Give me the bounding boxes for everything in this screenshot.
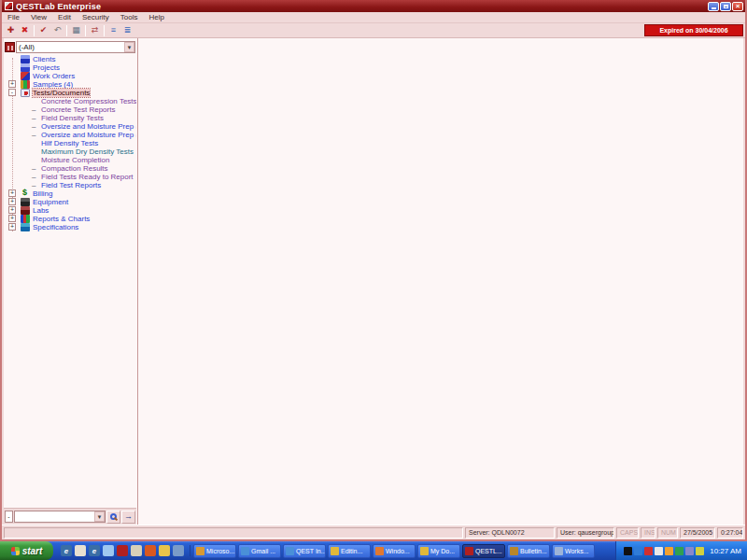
taskbar-button-gmail[interactable]: Gmail ... xyxy=(238,544,281,558)
tree-item-label[interactable]: Work Orders xyxy=(33,72,75,80)
taskbar-button-qestl[interactable]: QESTL... xyxy=(462,544,505,558)
expand-icon[interactable]: + xyxy=(8,206,16,214)
tree-item-label[interactable]: Oversize and Moisture Prep (Hilf) xyxy=(41,122,136,131)
tree-item-label[interactable]: Clients xyxy=(33,55,55,63)
restore-button[interactable] xyxy=(720,2,731,11)
search-button[interactable] xyxy=(106,511,120,524)
tree-item-work-orders[interactable]: Work Orders xyxy=(4,72,136,80)
menu-security[interactable]: Security xyxy=(77,13,115,21)
minimize-button[interactable] xyxy=(708,2,719,11)
menu-tools[interactable]: Tools xyxy=(115,13,144,21)
tree-item-label[interactable]: Billing xyxy=(33,189,52,198)
tree-item-label[interactable]: Compaction Results xyxy=(41,164,108,173)
close-button[interactable]: × xyxy=(732,2,743,11)
taskbar-button-editin[interactable]: Editin... xyxy=(328,544,371,558)
quick-launch-show-desktop-icon[interactable] xyxy=(131,545,142,556)
quick-launch-media-icon[interactable] xyxy=(145,545,156,556)
tree-item-label[interactable]: Reports & Charts xyxy=(33,215,90,223)
quick-launch-folder-icon[interactable] xyxy=(159,545,170,556)
quick-launch-window-icon[interactable] xyxy=(103,545,114,556)
approve-icon[interactable]: ✔ xyxy=(36,24,50,37)
expand-icon[interactable]: + xyxy=(8,80,16,88)
go-button[interactable]: → xyxy=(121,511,135,524)
tree-item-projects[interactable]: Projects xyxy=(4,63,136,72)
expand-icon[interactable]: + xyxy=(8,223,16,231)
expand-icon[interactable]: + xyxy=(8,189,16,197)
tree-item-hilf-density-tests[interactable]: Hilf Density Tests xyxy=(4,139,136,147)
tray-icon-7[interactable] xyxy=(685,547,694,555)
tree-item-billing[interactable]: +Billing xyxy=(4,189,136,198)
tray-icon-3[interactable] xyxy=(644,547,653,555)
menu-view[interactable]: View xyxy=(25,13,52,21)
dropdown-arrow-icon[interactable]: ▼ xyxy=(124,42,134,52)
taskbar-button-bulletin[interactable]: Bulletin... xyxy=(507,544,550,558)
tree-item-samples-4[interactable]: +Samples (4) xyxy=(4,80,136,89)
tray-icon-6[interactable] xyxy=(675,547,684,555)
tree-item-oversize-and-moisture-prep-hilf[interactable]: –Oversize and Moisture Prep (Hilf) xyxy=(4,122,136,131)
menu-help[interactable]: Help xyxy=(143,13,169,21)
new-item-icon[interactable]: ✚ xyxy=(4,24,18,37)
expand-icon[interactable]: + xyxy=(8,198,16,205)
taskbar-button-qest-in[interactable]: QEST In... xyxy=(283,544,326,558)
tree-item-label[interactable]: Equipment xyxy=(33,198,68,206)
taskbar-button-windo[interactable]: Windo... xyxy=(373,544,416,558)
tree-item-maximum-dry-density-tests[interactable]: Maximum Dry Density Tests xyxy=(4,147,136,156)
collapse-icon[interactable]: - xyxy=(8,89,16,96)
tree-expand-icon[interactable]: ≡ xyxy=(106,24,120,37)
tree-item-label[interactable]: Concrete Test Reports xyxy=(41,105,115,114)
tree-item-specifications[interactable]: +Specifications xyxy=(4,223,136,231)
quick-launch-internet-explorer-icon[interactable]: e xyxy=(61,545,72,556)
filter-icon[interactable] xyxy=(5,42,15,52)
quick-launch-qest-icon[interactable] xyxy=(117,545,128,556)
tree-item-field-density-tests[interactable]: –Field Density Tests xyxy=(4,114,136,122)
taskbar-button-works[interactable]: Works... xyxy=(552,544,595,558)
tree-item-concrete-compression-tests[interactable]: Concrete Compression Tests xyxy=(4,97,136,105)
tree-item-label[interactable]: Labs xyxy=(33,206,49,215)
tree-item-label[interactable]: Field Test Reports xyxy=(41,181,101,189)
tree-item-tests-documents[interactable]: -Tests/Documents xyxy=(4,89,136,97)
tree-item-label[interactable]: Oversize and Moisture Prep (Full) xyxy=(41,131,136,139)
dropdown-arrow-icon[interactable]: ▼ xyxy=(94,511,105,522)
tree-item-field-tests-ready-to-report[interactable]: –Field Tests Ready to Report xyxy=(4,173,136,181)
tree-item-reports-charts[interactable]: +Reports & Charts xyxy=(4,215,136,223)
tree-item-label[interactable]: Tests/Documents xyxy=(33,89,90,97)
filter-combobox[interactable]: (-All) ▼ xyxy=(16,41,135,53)
print-icon[interactable]: ▦ xyxy=(69,24,83,37)
specifications-icon xyxy=(21,223,30,231)
tray-icon-5[interactable] xyxy=(665,547,673,555)
quick-launch-mail-icon[interactable] xyxy=(75,545,86,556)
tree-item-label[interactable]: Moisture Completion xyxy=(41,156,109,164)
tree-item-labs[interactable]: +Labs xyxy=(4,206,136,215)
refresh-icon[interactable]: ⇄ xyxy=(88,24,102,37)
tree-item-label[interactable]: Maximum Dry Density Tests xyxy=(41,147,134,156)
tree-item-oversize-and-moisture-prep-full[interactable]: –Oversize and Moisture Prep (Full) xyxy=(4,131,136,139)
tree-item-label[interactable]: Field Tests Ready to Report xyxy=(41,173,134,181)
tree-item-concrete-test-reports[interactable]: –Concrete Test Reports xyxy=(4,105,136,114)
taskbar-button-my-do[interactable]: My Do... xyxy=(417,544,460,558)
taskbar-button-microso[interactable]: Microso... xyxy=(193,544,236,558)
tree-item-compaction-results[interactable]: –Compaction Results xyxy=(4,164,136,173)
tree-item-equipment[interactable]: +Equipment xyxy=(4,198,136,206)
tree-item-label[interactable]: Specifications xyxy=(33,223,78,231)
quick-launch-browser-icon[interactable]: e xyxy=(89,545,100,556)
tree-item-label[interactable]: Field Density Tests xyxy=(41,114,104,122)
delete-icon[interactable]: ✖ xyxy=(18,24,32,37)
tree-item-label[interactable]: Concrete Compression Tests xyxy=(41,97,136,105)
undo-icon[interactable]: ↶ xyxy=(50,24,64,37)
tray-icon-4[interactable] xyxy=(655,547,663,555)
tray-icon-8[interactable] xyxy=(696,547,704,555)
tree-item-moisture-completion[interactable]: Moisture Completion xyxy=(4,156,136,164)
tree-item-label[interactable]: Hilf Density Tests xyxy=(41,139,98,147)
start-button[interactable]: start xyxy=(0,541,53,560)
quick-launch-app-icon[interactable] xyxy=(173,545,184,556)
menu-edit[interactable]: Edit xyxy=(52,13,77,21)
tree-item-label[interactable]: Samples (4) xyxy=(33,80,73,89)
tree-item-label[interactable]: Projects xyxy=(33,63,60,72)
tree-item-clients[interactable]: Clients xyxy=(4,55,136,63)
expand-icon[interactable]: + xyxy=(8,215,16,222)
menu-file[interactable]: File xyxy=(2,13,25,21)
tree-collapse-icon[interactable]: ≣ xyxy=(120,24,134,37)
search-combobox[interactable]: ▼ xyxy=(14,511,106,523)
tray-icon-2[interactable] xyxy=(634,547,642,555)
tray-icon-1[interactable] xyxy=(624,547,632,555)
